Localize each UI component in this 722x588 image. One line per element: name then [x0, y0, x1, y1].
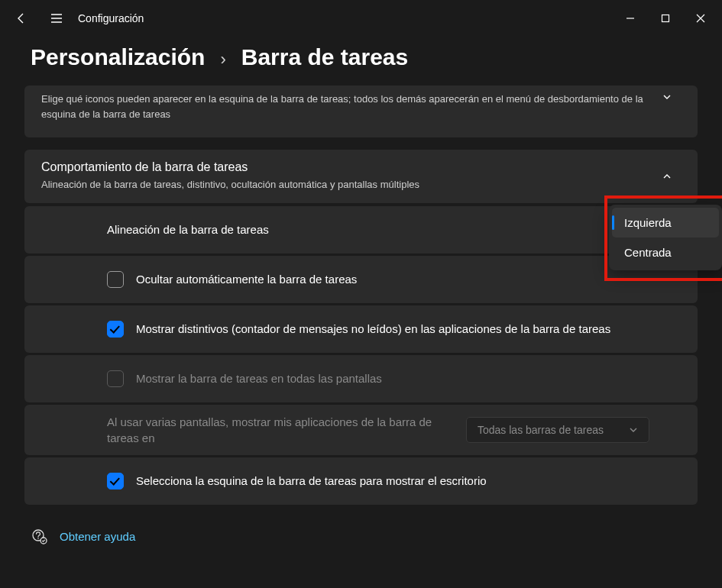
desktop-corner-checkbox[interactable]	[107, 473, 124, 489]
alignment-dropdown-popup: Izquierda Centrada	[609, 205, 722, 270]
autohide-checkbox[interactable]	[107, 271, 124, 288]
get-help-link[interactable]: Obtener ayuda	[60, 530, 135, 543]
desktop-corner-label: Selecciona la esquina de la barra de tar…	[136, 473, 681, 489]
badges-row[interactable]: Mostrar distintivos (contador de mensaje…	[24, 305, 698, 353]
multi-display-dropdown-value: Todas las barras de tareas	[478, 424, 604, 436]
app-title: Configuración	[78, 12, 144, 24]
collapse-behavior-toggle[interactable]	[653, 171, 681, 182]
badges-checkbox[interactable]	[107, 321, 124, 338]
multi-display-row: Al usar varias pantallas, mostrar mis ap…	[24, 405, 698, 455]
taskbar-behavior-card[interactable]: Comportamiento de la barra de tareas Ali…	[24, 150, 698, 203]
all-displays-checkbox	[107, 370, 124, 387]
autohide-label: Ocultar automáticamente la barra de tare…	[136, 271, 681, 287]
desktop-corner-row[interactable]: Selecciona la esquina de la barra de tar…	[24, 457, 698, 505]
breadcrumb-parent[interactable]: Personalización	[31, 44, 205, 70]
multi-display-label: Al usar varias pantallas, mostrar mis ap…	[107, 414, 466, 446]
behavior-card-subtitle: Alineación de la barra de tareas, distin…	[41, 177, 653, 192]
chevron-up-icon	[662, 171, 672, 182]
svg-point-2	[37, 538, 39, 539]
alignment-label: Alineación de la barra de tareas	[107, 221, 681, 237]
help-icon	[31, 528, 47, 545]
minimize-button[interactable]	[613, 3, 648, 34]
overflow-card-description: Elige qué iconos pueden aparecer en la e…	[41, 92, 653, 121]
breadcrumb-separator-icon: ›	[220, 50, 225, 69]
overflow-icons-card[interactable]: Elige qué iconos pueden aparecer en la e…	[24, 86, 698, 137]
breadcrumb: Personalización › Barra de tareas	[0, 37, 722, 86]
all-displays-label: Mostrar la barra de tareas en todas las …	[136, 370, 681, 386]
titlebar: Configuración	[0, 0, 722, 37]
hamburger-icon	[50, 13, 63, 24]
behavior-card-title: Comportamiento de la barra de tareas	[41, 160, 653, 174]
autohide-row[interactable]: Ocultar automáticamente la barra de tare…	[24, 256, 698, 303]
close-icon	[696, 14, 705, 23]
all-displays-row: Mostrar la barra de tareas en todas las …	[24, 355, 698, 402]
content-area: Elige qué iconos pueden aparecer en la e…	[0, 86, 722, 505]
badges-label: Mostrar distintivos (contador de mensaje…	[136, 321, 681, 337]
arrow-left-icon	[15, 12, 28, 24]
help-section: Obtener ayuda	[0, 507, 722, 545]
maximize-button[interactable]	[648, 3, 683, 34]
maximize-icon	[661, 14, 670, 23]
back-button[interactable]	[4, 3, 39, 34]
breadcrumb-current: Barra de tareas	[241, 44, 408, 70]
close-button[interactable]	[683, 3, 718, 34]
alignment-option-center[interactable]: Centrada	[612, 237, 719, 267]
taskbar-alignment-row: Alineación de la barra de tareas Izquier…	[24, 206, 698, 254]
multi-display-dropdown: Todas las barras de tareas	[466, 417, 649, 443]
minimize-icon	[626, 14, 635, 23]
nav-menu-button[interactable]	[39, 3, 74, 34]
chevron-down-icon	[629, 425, 638, 435]
expand-overflow-toggle[interactable]	[653, 92, 681, 102]
svg-rect-0	[662, 15, 669, 22]
alignment-option-left[interactable]: Izquierda	[612, 208, 719, 237]
chevron-down-icon	[662, 92, 672, 102]
